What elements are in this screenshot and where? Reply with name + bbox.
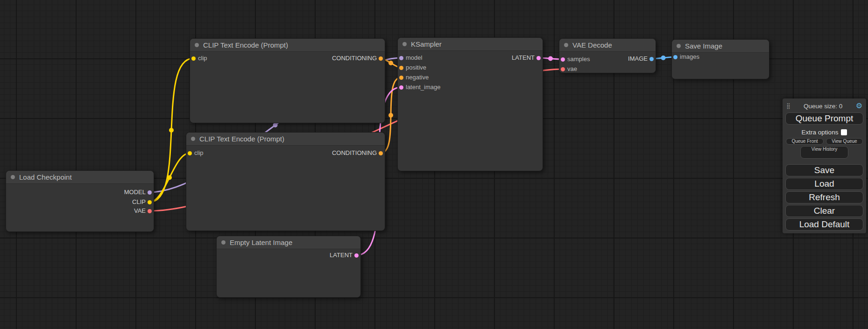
node-title: KSampler: [398, 38, 543, 51]
input-port-negative[interactable]: [399, 76, 403, 80]
input-label: images: [680, 53, 699, 60]
input-port-samples[interactable]: [561, 57, 565, 62]
link-midpoint-dot[interactable]: [273, 123, 278, 127]
input-label: latent_image: [406, 84, 440, 91]
node-title: Load Checkpoint: [6, 171, 154, 184]
queue-prompt-button[interactable]: Queue Prompt: [785, 112, 863, 125]
link-midpoint-dot[interactable]: [167, 175, 172, 180]
link-midpoint-dot[interactable]: [661, 56, 666, 60]
settings-gear-icon[interactable]: ⚙: [856, 102, 862, 110]
node-title-text: CLIP Text Encode (Prompt): [203, 41, 288, 49]
queue-size-label: Queue size: 0: [790, 103, 856, 110]
drag-handle-icon[interactable]: ⣿: [786, 103, 790, 109]
node-empty_latent[interactable]: Empty Latent Image: [216, 236, 361, 298]
collapse-dot-icon[interactable]: [677, 44, 681, 48]
output-label: IMAGE: [628, 55, 648, 62]
link-wire[interactable]: [149, 153, 190, 202]
extra-options-checkbox[interactable]: [841, 129, 847, 135]
input-port-vae[interactable]: [561, 67, 565, 71]
input-port-clip[interactable]: [188, 151, 192, 155]
output-label: LATENT: [330, 252, 353, 259]
node-title: Save Image: [672, 40, 769, 53]
link-midpoint-dot[interactable]: [388, 113, 393, 118]
collapse-dot-icon[interactable]: [564, 43, 568, 47]
queue-front-button[interactable]: Queue Front: [786, 138, 824, 145]
output-port-VAE[interactable]: [148, 209, 152, 213]
input-port-images[interactable]: [673, 55, 677, 59]
node-title-text: Load Checkpoint: [19, 173, 72, 181]
clear-button[interactable]: Clear: [785, 205, 863, 217]
node-title-text: VAE Decode: [572, 41, 612, 49]
output-port-LATENT[interactable]: [354, 253, 359, 258]
collapse-dot-icon[interactable]: [11, 175, 15, 179]
collapse-dot-icon[interactable]: [195, 43, 199, 47]
output-port-CONDITIONING[interactable]: [379, 151, 383, 155]
refresh-button[interactable]: Refresh: [785, 191, 863, 203]
output-port-CONDITIONING[interactable]: [379, 56, 383, 61]
view-history-button[interactable]: View History: [800, 146, 849, 159]
output-port-CLIP[interactable]: [148, 200, 152, 204]
node-title-text: KSampler: [411, 40, 442, 48]
link-midpoint-dot[interactable]: [169, 128, 174, 133]
save-button[interactable]: Save: [785, 164, 863, 176]
node-title: Empty Latent Image: [217, 236, 360, 249]
node-graph-canvas[interactable]: Load CheckpointMODELCLIPVAE◀ckpt_namev1-…: [0, 0, 868, 329]
node-title: CLIP Text Encode (Prompt): [186, 133, 385, 146]
input-label: negative: [406, 74, 429, 81]
collapse-dot-icon[interactable]: [402, 42, 407, 46]
input-label: positive: [406, 64, 426, 71]
input-label: samples: [567, 56, 590, 63]
input-port-latent_image[interactable]: [399, 85, 403, 90]
output-label: VAE: [134, 207, 146, 214]
load-button[interactable]: Load: [785, 178, 863, 190]
load-default-button[interactable]: Load Default: [785, 218, 863, 231]
node-title-text: Empty Latent Image: [230, 238, 292, 246]
node-title-text: Save Image: [685, 42, 722, 50]
link-midpoint-dot[interactable]: [388, 61, 393, 65]
output-port-LATENT[interactable]: [536, 56, 541, 60]
node-title-text: CLIP Text Encode (Prompt): [199, 135, 284, 143]
output-port-MODEL[interactable]: [148, 190, 152, 195]
node-title: VAE Decode: [559, 39, 656, 52]
extra-options-label: Extra options: [802, 129, 839, 136]
output-label: CONDITIONING: [332, 55, 377, 62]
collapse-dot-icon[interactable]: [191, 137, 195, 141]
node-title: CLIP Text Encode (Prompt): [190, 39, 385, 52]
input-port-positive[interactable]: [399, 66, 403, 70]
output-label: LATENT: [512, 54, 535, 61]
input-label: model: [406, 54, 422, 61]
input-port-clip[interactable]: [191, 56, 196, 61]
input-port-model[interactable]: [399, 56, 403, 60]
view-queue-button[interactable]: View Queue: [826, 138, 863, 145]
queue-panel: ⣿ Queue size: 0 ⚙ Queue Prompt Extra opt…: [783, 98, 866, 233]
input-label: clip: [194, 149, 204, 156]
output-label: CONDITIONING: [332, 149, 377, 156]
node-clip_encode_positive[interactable]: CLIP Text Encode (Prompt): [190, 38, 385, 123]
input-label: clip: [198, 55, 207, 62]
output-port-IMAGE[interactable]: [649, 57, 654, 61]
collapse-dot-icon[interactable]: [221, 240, 226, 245]
link-midpoint-dot[interactable]: [548, 56, 553, 61]
output-label: CLIP: [132, 198, 146, 205]
input-label: vae: [567, 65, 577, 72]
node-clip_encode_negative[interactable]: CLIP Text Encode (Prompt): [186, 132, 385, 231]
output-label: MODEL: [124, 189, 146, 196]
